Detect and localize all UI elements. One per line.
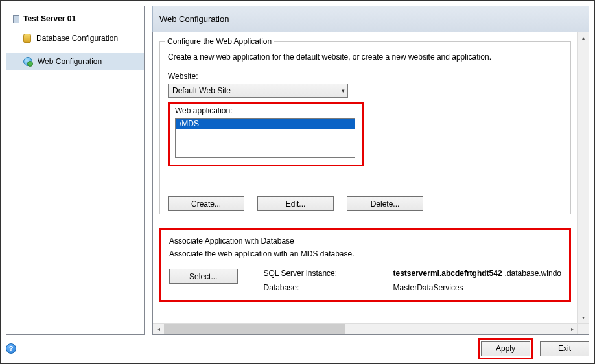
exit-button[interactable]: Exit xyxy=(540,341,589,356)
horizontal-scrollbar[interactable]: ◂ ▸ xyxy=(153,323,578,334)
configure-description: Create a new web application for the def… xyxy=(168,52,563,62)
tree-root-server[interactable]: Test Server 01 xyxy=(6,12,144,30)
database-value: MasterDataServices xyxy=(393,283,561,292)
edit-button[interactable]: Edit... xyxy=(257,196,334,211)
page-title: Web Configuration xyxy=(159,14,229,24)
chevron-down-icon: ▾ xyxy=(342,87,345,94)
database-label: Database: xyxy=(264,283,380,292)
sidebar-item-label: Database Configuration xyxy=(36,34,118,43)
webapp-listbox[interactable]: /MDS xyxy=(175,118,355,158)
web-config-icon xyxy=(23,57,32,66)
associate-highlight-box: Associate Application with Database Asso… xyxy=(159,228,571,302)
select-button[interactable]: Select... xyxy=(169,269,238,284)
associate-row: Select... SQL Server instance: testserve… xyxy=(169,269,561,292)
scroll-left-arrow-icon[interactable]: ◂ xyxy=(153,324,164,335)
sql-instance-label: SQL Server instance: xyxy=(264,269,380,278)
scroll-down-arrow-icon[interactable]: ▾ xyxy=(578,312,589,323)
sql-instance-host: testservermi.abcdefrtghdt542 xyxy=(393,269,502,278)
scroll-thumb[interactable] xyxy=(164,324,345,334)
webapp-button-row: Create... Edit... Delete... xyxy=(168,196,563,211)
associate-details-grid: SQL Server instance: testservermi.abcdef… xyxy=(264,269,561,292)
sidebar-item-label: Web Configuration xyxy=(38,57,102,66)
scroll-up-arrow-icon[interactable]: ▴ xyxy=(578,32,589,43)
webapp-list-item[interactable]: /MDS xyxy=(176,119,355,129)
webapp-label: Web application: xyxy=(175,106,356,115)
apply-highlight-box: Apply xyxy=(478,338,533,359)
apply-button[interactable]: Apply xyxy=(481,341,530,356)
sidebar-item-database-config[interactable]: Database Configuration xyxy=(6,30,144,47)
config-window: Test Server 01 Database Configuration We… xyxy=(0,0,595,364)
scroll-viewport: Configure the Web Application Create a n… xyxy=(153,32,578,323)
website-label: Website: xyxy=(168,72,563,81)
footer-bar: ? Apply Exit xyxy=(6,339,589,358)
configure-webapp-group: Configure the Web Application Create a n… xyxy=(159,41,571,214)
website-combobox[interactable]: Default Web Site ▾ xyxy=(168,84,348,98)
footer-buttons: Apply Exit xyxy=(478,338,589,359)
delete-button[interactable]: Delete... xyxy=(347,196,423,211)
database-icon xyxy=(23,34,31,43)
sidebar-item-web-config[interactable]: Web Configuration xyxy=(6,53,144,70)
configure-legend: Configure the Web Application xyxy=(165,37,274,46)
vertical-scrollbar[interactable]: ▴ ▾ xyxy=(578,32,589,323)
associate-description: Associate the web application with an MD… xyxy=(169,249,561,258)
website-selected-value: Default Web Site xyxy=(172,86,231,95)
sql-instance-value: testservermi.abcdefrtghdt542.database.wi… xyxy=(393,269,561,278)
scroll-corner xyxy=(578,323,589,334)
main-area: Test Server 01 Database Configuration We… xyxy=(6,6,589,335)
create-button[interactable]: Create... xyxy=(168,196,244,211)
content-pane: Web Configuration Configure the Web Appl… xyxy=(152,6,589,335)
server-icon xyxy=(13,15,19,23)
scroll-right-arrow-icon[interactable]: ▸ xyxy=(566,324,578,335)
tree-root-label: Test Server 01 xyxy=(23,14,76,23)
sql-instance-suffix: .database.windo xyxy=(505,269,561,278)
help-icon[interactable]: ? xyxy=(6,343,16,354)
associate-legend: Associate Application with Database xyxy=(169,236,561,245)
content-body: Configure the Web Application Create a n… xyxy=(152,32,589,335)
webapp-highlight-box: Web application: /MDS xyxy=(168,102,364,166)
associate-group: Associate Application with Database Asso… xyxy=(161,230,569,300)
sidebar-tree: Test Server 01 Database Configuration We… xyxy=(6,6,145,335)
content-header: Web Configuration xyxy=(152,6,589,32)
